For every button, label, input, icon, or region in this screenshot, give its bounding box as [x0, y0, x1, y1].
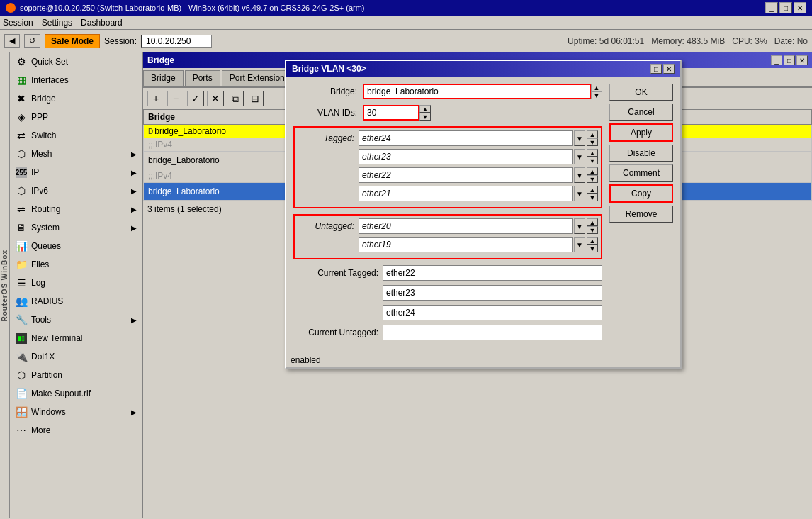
tagged-dropdown-4[interactable]: ▼: [574, 186, 585, 201]
current-untagged-label: Current Untagged:: [293, 328, 378, 337]
vlan-ids-input[interactable]: [363, 105, 419, 121]
tagged-spin-2-down[interactable]: ▼: [587, 157, 598, 164]
vlan-ids-spin-up[interactable]: ▲: [419, 105, 431, 113]
tagged-input-4[interactable]: [359, 186, 573, 201]
untagged-dropdown-1[interactable]: ▼: [574, 218, 585, 234]
bridge-spin-up[interactable]: ▲: [591, 84, 602, 91]
tagged-input-3[interactable]: [359, 167, 573, 183]
title-text: soporte@10.0.20.250 (Switch-Laboratorio-…: [20, 4, 365, 12]
untagged-dropdown-2[interactable]: ▼: [574, 237, 585, 252]
sidebar-item-make-supout[interactable]: 📄 Make Supout.rif: [10, 384, 142, 403]
sidebar-item-mesh[interactable]: ⬡ Mesh ▶: [10, 145, 142, 163]
tagged-spin-1-up[interactable]: ▲: [587, 130, 598, 138]
routing-icon: ⇌: [16, 203, 27, 215]
windows-arrow: ▶: [131, 408, 137, 416]
main-layout: RouterOS WinBox ⚙ Quick Set ▦ Interfaces…: [0, 52, 812, 518]
sidebar-item-ip[interactable]: 255 IP ▶: [10, 163, 142, 182]
log-icon: ☰: [16, 277, 27, 289]
comment-button[interactable]: Comment: [609, 164, 673, 182]
sidebar-item-quick-set[interactable]: ⚙ Quick Set: [10, 52, 142, 71]
minimize-button[interactable]: _: [765, 2, 778, 13]
maximize-button[interactable]: □: [779, 2, 792, 13]
tagged-spin-4-down[interactable]: ▼: [587, 194, 598, 201]
tagged-dropdown-3[interactable]: ▼: [574, 167, 585, 183]
back-button[interactable]: ◀: [4, 34, 20, 48]
sidebar-item-ppp[interactable]: ◈ PPP: [10, 108, 142, 126]
bridge-input[interactable]: [363, 84, 591, 99]
menu-settings[interactable]: Settings: [42, 18, 72, 28]
current-tagged-value-3[interactable]: [383, 305, 602, 320]
current-untagged-row: Current Untagged:: [293, 325, 602, 340]
sidebar-item-files[interactable]: 📁 Files: [10, 255, 142, 274]
untagged-spin-2-up[interactable]: ▲: [587, 237, 598, 245]
dialog-maximize-button[interactable]: □: [650, 64, 662, 74]
remove-button[interactable]: Remove: [609, 206, 673, 223]
sidebar-item-tools[interactable]: 🔧 Tools ▶: [10, 311, 142, 329]
untagged-spin-1-down[interactable]: ▼: [587, 226, 598, 234]
tagged-dropdown-1[interactable]: ▼: [574, 130, 585, 146]
tagged-label: Tagged:: [298, 133, 354, 143]
sidebar-item-queues[interactable]: 📊 Queues: [10, 237, 142, 255]
dialog-body: Bridge: ▲ ▼ VLAN: [286, 77, 680, 352]
ok-button[interactable]: OK: [609, 84, 673, 101]
forward-button[interactable]: ↺: [24, 34, 40, 48]
sidebar-item-windows[interactable]: 🪟 Windows ▶: [10, 403, 142, 421]
sidebar-item-system[interactable]: 🖥 System ▶: [10, 218, 142, 237]
bridge-spin-buttons: ▲ ▼: [591, 84, 602, 99]
untagged-spin-1-up[interactable]: ▲: [587, 218, 598, 226]
sidebar-item-new-terminal[interactable]: ▮▯ New Terminal: [10, 329, 142, 347]
current-tagged-label: Current Tagged:: [293, 268, 378, 278]
apply-button[interactable]: Apply: [609, 123, 673, 142]
tools-icon: 🔧: [16, 314, 27, 325]
sidebar-item-ipv6[interactable]: ⬡ IPv6 ▶: [10, 182, 142, 200]
tagged-dropdown-2[interactable]: ▼: [574, 149, 585, 164]
untagged-spin-2-down[interactable]: ▼: [587, 245, 598, 252]
files-icon: 📁: [16, 259, 27, 270]
mesh-icon: ⬡: [16, 148, 27, 160]
vlan-ids-input-container: ▲ ▼: [363, 105, 602, 121]
sidebar-item-bridge[interactable]: ✖ Bridge: [10, 89, 142, 108]
untagged-input-2[interactable]: [359, 237, 573, 252]
disable-button[interactable]: Disable: [609, 145, 673, 162]
tagged-spin-3-down[interactable]: ▼: [587, 175, 598, 183]
untagged-label: Untagged:: [298, 221, 354, 231]
dialog-form: Bridge: ▲ ▼ VLAN: [293, 84, 602, 345]
menu-bar: Session Settings Dashboard: [0, 16, 812, 30]
sidebar-item-more[interactable]: ⋯ More: [10, 421, 142, 440]
current-tagged-value-1[interactable]: [383, 265, 602, 281]
dialog-close-button[interactable]: ✕: [663, 64, 675, 74]
tagged-spin-1-down[interactable]: ▼: [587, 138, 598, 146]
vlan-ids-spin-down[interactable]: ▼: [419, 113, 431, 121]
sidebar-item-switch[interactable]: ⇄ Switch: [10, 126, 142, 145]
sidebar-item-partition[interactable]: ⬡ Partition: [10, 366, 142, 384]
tagged-input-1[interactable]: [359, 130, 573, 146]
tagged-spin-4-up[interactable]: ▲: [587, 186, 598, 194]
sidebar-item-dot1x[interactable]: 🔌 Dot1X: [10, 347, 142, 366]
untagged-spin-2: ▲ ▼: [587, 237, 598, 252]
bridge-spin-down[interactable]: ▼: [591, 91, 602, 99]
dot1x-icon: 🔌: [16, 351, 27, 362]
queues-icon: 📊: [16, 240, 27, 252]
close-button[interactable]: ✕: [794, 2, 806, 13]
session-value: 10.0.20.250: [141, 35, 212, 48]
interfaces-icon: ▦: [16, 74, 27, 86]
untagged-input-1[interactable]: [359, 218, 573, 234]
tagged-spin-2-up[interactable]: ▲: [587, 149, 598, 157]
copy-button[interactable]: Copy: [609, 184, 673, 203]
current-tagged-value-2[interactable]: [383, 285, 602, 301]
menu-session[interactable]: Session: [3, 18, 33, 28]
menu-dashboard[interactable]: Dashboard: [81, 18, 123, 28]
untagged-section: Untagged: ▼ ▲ ▼: [293, 214, 602, 260]
untagged-row-1: Untagged: ▼ ▲ ▼: [298, 218, 598, 234]
current-untagged-value[interactable]: [383, 325, 602, 340]
cancel-button[interactable]: Cancel: [609, 104, 673, 121]
sidebar-item-interfaces[interactable]: ▦ Interfaces: [10, 71, 142, 89]
sidebar-item-radius[interactable]: 👥 RADIUS: [10, 292, 142, 311]
sidebar-item-routing[interactable]: ⇌ Routing ▶: [10, 200, 142, 218]
safe-mode-button[interactable]: Safe Mode: [45, 34, 100, 48]
tagged-spin-3-up[interactable]: ▲: [587, 167, 598, 175]
routeros-label-area: RouterOS WinBox: [0, 52, 10, 518]
tagged-input-2[interactable]: [359, 149, 573, 164]
ip-arrow: ▶: [131, 169, 137, 177]
sidebar-item-log[interactable]: ☰ Log: [10, 274, 142, 292]
